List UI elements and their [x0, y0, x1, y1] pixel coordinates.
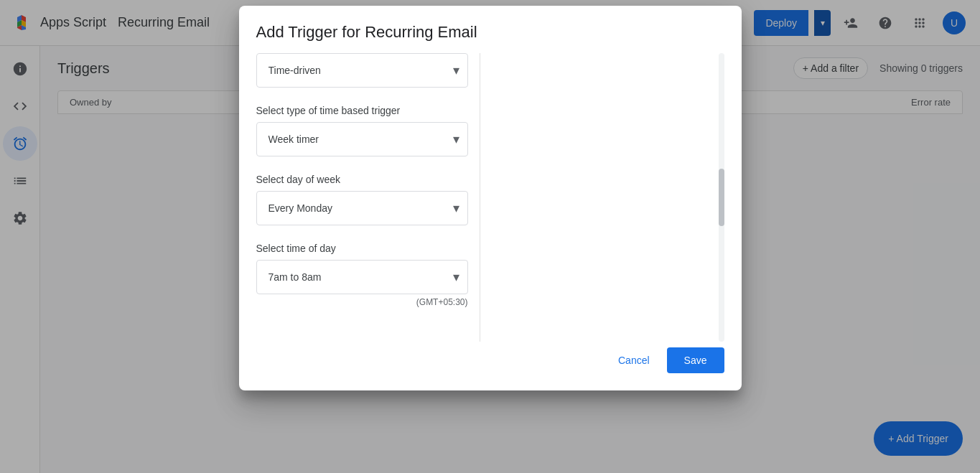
dialog-form: Time-driven From spreadsheet From calend… [256, 53, 480, 342]
scroll-thumb[interactable] [719, 169, 724, 226]
modal-overlay: Add Trigger for Recurring Email Time-dri… [0, 0, 980, 473]
time-of-day-select[interactable]: Midnight to 1am 1am to 2am 6am to 7am 7a… [256, 260, 468, 294]
event-source-field: Time-driven From spreadsheet From calend… [256, 53, 468, 88]
trigger-type-select[interactable]: Minutes timer Hour timer Day timer Week … [256, 122, 468, 156]
event-source-select[interactable]: Time-driven From spreadsheet From calend… [256, 53, 468, 88]
time-of-day-field: Select time of day Midnight to 1am 1am t… [256, 243, 468, 307]
cancel-button[interactable]: Cancel [607, 347, 661, 373]
trigger-type-select-wrapper: Minutes timer Hour timer Day timer Week … [256, 122, 468, 156]
dialog-header: Add Trigger for Recurring Email [239, 6, 742, 53]
timezone-label: (GMT+05:30) [256, 297, 468, 307]
event-source-select-wrapper: Time-driven From spreadsheet From calend… [256, 53, 468, 88]
day-of-week-select[interactable]: Every Monday Every Tuesday Every Wednesd… [256, 191, 468, 225]
time-of-day-select-wrapper: Midnight to 1am 1am to 2am 6am to 7am 7a… [256, 260, 468, 294]
day-of-week-label: Select day of week [256, 174, 468, 185]
dialog-title: Add Trigger for Recurring Email [256, 23, 724, 42]
day-of-week-select-wrapper: Every Monday Every Tuesday Every Wednesd… [256, 191, 468, 225]
dialog-right-panel [480, 53, 724, 342]
time-of-day-label: Select time of day [256, 243, 468, 254]
add-trigger-dialog: Add Trigger for Recurring Email Time-dri… [239, 6, 742, 390]
scroll-track [719, 53, 724, 342]
day-of-week-field: Select day of week Every Monday Every Tu… [256, 174, 468, 225]
trigger-type-label: Select type of time based trigger [256, 105, 468, 116]
dialog-body: Time-driven From spreadsheet From calend… [239, 53, 742, 342]
dialog-footer: Cancel Save [239, 342, 742, 390]
trigger-type-field: Select type of time based trigger Minute… [256, 105, 468, 156]
save-button[interactable]: Save [667, 347, 724, 373]
